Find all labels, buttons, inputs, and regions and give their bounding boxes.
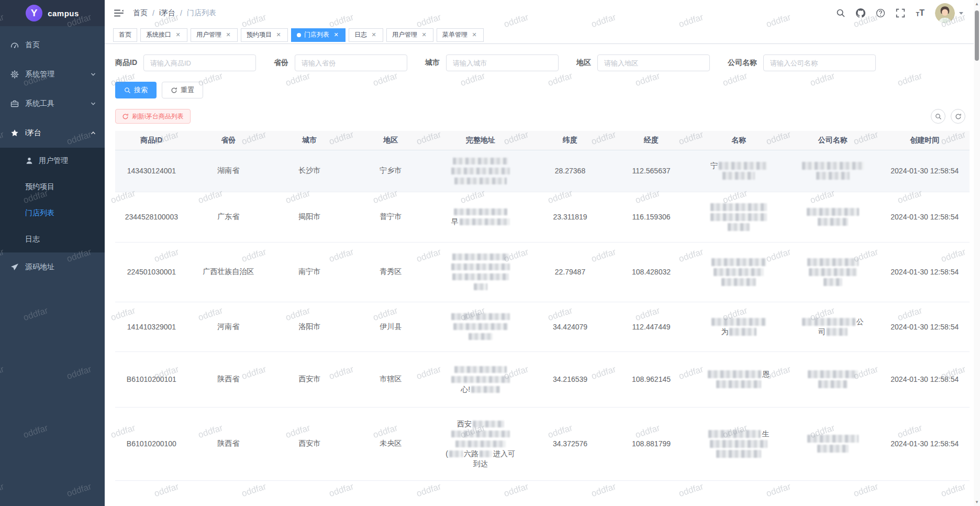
tab-user-management-2[interactable]: 用户管理✕ (386, 28, 433, 42)
blurred-text-block (453, 158, 508, 164)
table-cell (786, 407, 880, 480)
tab-label: 首页 (119, 30, 131, 39)
tab-reservation-projects[interactable]: 预约项目✕ (241, 28, 288, 42)
company-name-input[interactable] (763, 54, 876, 71)
refresh-table-button[interactable] (951, 109, 965, 124)
close-icon[interactable]: ✕ (471, 31, 478, 39)
close-icon[interactable]: ✕ (174, 31, 182, 39)
sidebar-item-user-management[interactable]: 用户管理 (0, 148, 105, 174)
scroll-up-arrow[interactable]: ▲ (974, 2, 980, 6)
redacted-content: 宁 (695, 161, 783, 181)
help-icon[interactable] (876, 8, 885, 18)
send-icon (10, 263, 19, 271)
table-row: B61010200101陕西省西安市市辖区心!34.216539108.9621… (115, 351, 970, 407)
blurred-text-block (807, 435, 859, 443)
tab-menu-management[interactable]: 菜单管理✕ (437, 28, 484, 42)
tab-system-api[interactable]: 系统接口✕ (140, 28, 187, 42)
blurred-text-block (454, 366, 507, 373)
star-icon (10, 129, 19, 137)
breadcrumb-item: i茅台 (159, 8, 175, 18)
tab-store-list[interactable]: 门店列表✕ (291, 28, 346, 42)
scrollbar-thumb[interactable] (975, 10, 979, 61)
table-cell: 28.27368 (529, 150, 610, 192)
table-cell: 116.159306 (611, 192, 692, 242)
table-cell: 洛阳市 (269, 302, 350, 351)
tab-logs[interactable]: 日志✕ (349, 28, 383, 42)
user-avatar-dropdown[interactable] (935, 3, 963, 23)
sidebar-item-system-tools[interactable]: 系统工具 (0, 89, 105, 118)
table-cell: 揭阳市 (269, 192, 350, 242)
breadcrumb-item[interactable]: 首页 (133, 8, 148, 18)
table-cell: 南宁市 (269, 242, 350, 302)
table-cell: B61010200101 (115, 351, 188, 407)
search-icon[interactable] (836, 8, 845, 18)
table-cell: 河南省 (188, 302, 269, 351)
sidebar-fold-icon[interactable] (112, 7, 126, 19)
blurred-text-block (721, 278, 756, 286)
search-icon (124, 87, 131, 94)
redacted-content: 西安(六路进入可到达 (435, 419, 527, 469)
close-icon[interactable]: ✕ (332, 31, 340, 39)
tab-label: 系统接口 (146, 30, 171, 39)
toggle-search-button[interactable] (931, 109, 945, 124)
blurred-text-block (827, 328, 848, 336)
logo[interactable]: Y campus (0, 0, 105, 26)
table-cell: 西安市 (269, 351, 350, 407)
product-id-input[interactable] (143, 54, 256, 71)
table-cell: 陕西省 (188, 407, 269, 480)
field-label-district: 地区 (576, 58, 591, 68)
city-input[interactable] (446, 54, 559, 71)
sidebar-item-home[interactable]: 首页 (0, 30, 105, 60)
column-header: 纬度 (529, 131, 610, 150)
table-cell: 2024-01-30 12:58:54 (880, 407, 970, 480)
table-cell: 141410329001 (115, 302, 188, 351)
table-cell: 早 (431, 192, 530, 242)
table-cell (115, 480, 188, 506)
table-row: 2344528100003广东省揭阳市普宁市早23.311819116.1593… (115, 192, 970, 242)
refresh-icon (122, 113, 129, 120)
page-content: 商品ID省份城市地区公司名称 搜索 重置 刷新i茅台商品列表 (105, 44, 980, 506)
tab-label: 日志 (354, 30, 367, 39)
dashboard-icon (10, 41, 19, 49)
redacted-content (789, 161, 877, 181)
redacted-content: 恩 (695, 369, 783, 389)
province-input[interactable] (295, 54, 407, 71)
close-icon[interactable]: ✕ (225, 31, 232, 39)
search-icon (935, 113, 942, 120)
sidebar-item-source-code[interactable]: 源码地址 (0, 252, 105, 282)
redacted-content (435, 156, 527, 186)
table-cell: B61010200100 (115, 407, 188, 480)
breadcrumb: 首页/i茅台/门店列表 (133, 8, 216, 18)
blurred-text-block (729, 328, 756, 336)
sidebar-item-label: 系统管理 (25, 70, 54, 79)
github-icon[interactable] (856, 8, 865, 18)
blurred-text-block (455, 441, 506, 447)
district-input[interactable] (597, 54, 710, 71)
blurred-text-block (722, 172, 755, 180)
redacted-content: 心! (435, 365, 527, 394)
sidebar-item-logs[interactable]: 日志 (0, 226, 105, 252)
app-root: Y campus 首页系统管理系统工具i茅台用户管理预约项目门店列表日志源码地址… (0, 0, 980, 506)
search-button[interactable]: 搜索 (115, 82, 157, 98)
blurred-text-block (818, 218, 848, 226)
table-cell (269, 480, 350, 506)
tab-home[interactable]: 首页 (113, 28, 137, 42)
close-icon[interactable]: ✕ (370, 31, 377, 39)
sidebar-item-system-management[interactable]: 系统管理 (0, 60, 105, 89)
sidebar-item-imaotai[interactable]: i茅台 (0, 118, 105, 148)
reset-button[interactable]: 重置 (162, 82, 203, 98)
avatar (935, 3, 955, 23)
font-size-icon[interactable]: TT (916, 9, 925, 17)
table-cell: 未央区 (350, 407, 431, 480)
tab-user-management[interactable]: 用户管理✕ (191, 28, 238, 42)
close-icon[interactable]: ✕ (275, 31, 282, 39)
fullscreen-icon[interactable] (896, 8, 905, 18)
redacted-content (695, 257, 783, 287)
sidebar-item-store-list[interactable]: 门店列表 (0, 200, 105, 226)
column-header: 城市 (269, 131, 350, 150)
close-icon[interactable]: ✕ (420, 31, 428, 39)
sidebar-item-reservation-projects[interactable]: 预约项目 (0, 174, 105, 200)
table-cell: 2024-01-30 12:58:54 (880, 192, 970, 242)
refresh-imaotai-products-button[interactable]: 刷新i茅台商品列表 (115, 109, 191, 124)
scroll-down-arrow[interactable]: ▼ (974, 500, 980, 504)
